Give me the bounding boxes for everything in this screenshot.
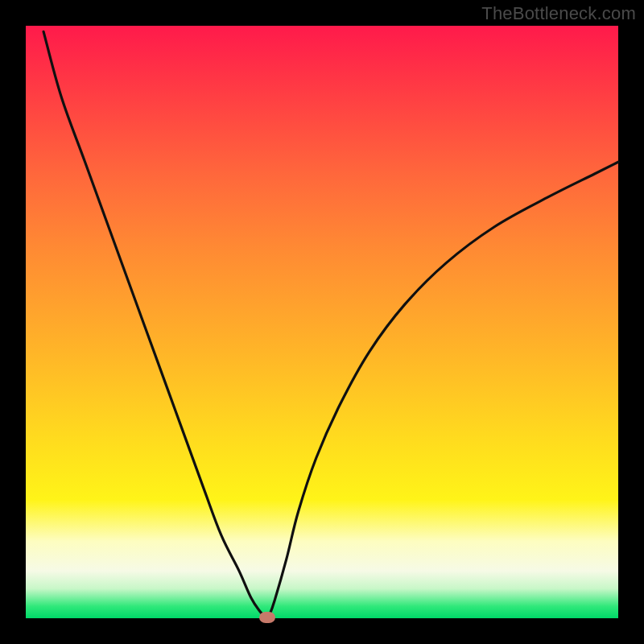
bottleneck-curve [26, 26, 618, 618]
plot-area [26, 26, 618, 618]
chart-frame: TheBottleneck.com [0, 0, 644, 644]
minimum-marker [259, 612, 275, 623]
watermark-text: TheBottleneck.com [481, 3, 636, 24]
